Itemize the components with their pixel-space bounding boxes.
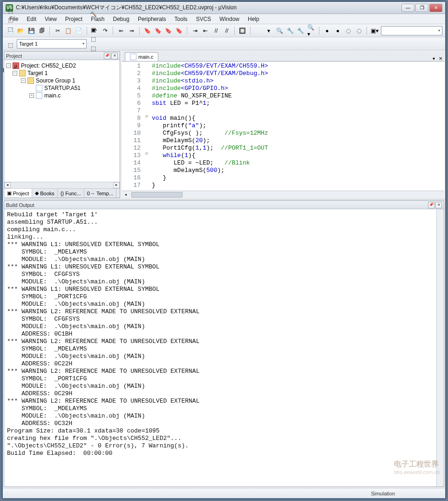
editor-horizontal-scrollbar[interactable]: ◂ (122, 191, 444, 198)
toolbar-button[interactable]: 📋 (64, 26, 73, 35)
maximize-button[interactable]: ❐ (415, 4, 428, 12)
project-panel-tabs: ▣Project◆Books{}Func...0→Temp... (4, 188, 120, 198)
find-combo[interactable]: ▾ (381, 26, 442, 35)
target-select-value: Target 1 (19, 41, 38, 47)
menu-view[interactable]: View (41, 15, 61, 23)
toolbar-button[interactable]: 🔲 (238, 26, 247, 35)
toolbar-main: 📄📂💾🗐✂📋📄↶↷⇐⇒🔖🔖🔖🔖⇥⇤////🔲 ▾🔍🔧🔧🔍▾●●◌◌▣▾ ▾ (3, 24, 445, 37)
toolbar-button[interactable]: ⬚ (6, 15, 15, 25)
menu-project[interactable]: Project (61, 15, 86, 23)
menu-peripherals[interactable]: Peripherals (134, 15, 170, 23)
toolbar-button[interactable]: ⬚ (6, 41, 15, 50)
pin-icon[interactable]: 📌 (428, 202, 434, 208)
vertical-scrollbar[interactable] (436, 209, 444, 487)
toolbar-button[interactable]: 🔧 (296, 26, 305, 35)
code-editor[interactable]: 1234567891011121314151617 ⊟⊟ #include<CH… (122, 62, 444, 191)
toolbar-button[interactable]: // (223, 26, 231, 35)
toolbar-button[interactable]: 🔖 (175, 26, 183, 35)
status-mode: Simulation (371, 491, 395, 496)
toolbar-button[interactable]: ▣ (88, 25, 98, 34)
build-output-text[interactable]: Rebuild target 'Target 1' assembling STA… (4, 209, 436, 487)
toolbar-button[interactable]: ⇒ (127, 26, 136, 35)
tree-target[interactable]: Target 1 (27, 70, 48, 76)
toolbar-button[interactable]: ✂ (53, 26, 62, 35)
toolbar-button[interactable]: 💾 (27, 26, 36, 35)
toolbar-button[interactable]: 🔨 (88, 9, 98, 19)
menu-svcs[interactable]: SVCS (192, 15, 215, 23)
close-button[interactable]: ✕ (429, 4, 442, 12)
file-icon (36, 92, 42, 99)
toolbar-button[interactable]: ▾ (265, 26, 273, 35)
expand-icon[interactable]: − (13, 71, 17, 75)
menu-edit[interactable]: Edit (23, 15, 40, 23)
toolbar-button[interactable]: 🗐 (37, 26, 46, 35)
toolbar-button[interactable]: ◌ (355, 26, 364, 35)
expand-icon[interactable]: − (6, 63, 11, 68)
project-panel-title: Project (6, 53, 22, 59)
minimize-button[interactable]: — (401, 4, 414, 12)
toolbar-button[interactable]: ⬚ (6, 6, 15, 15)
file-icon (130, 54, 136, 60)
toolbar-button[interactable]: ⇐ (116, 26, 125, 35)
editor-tab-main[interactable]: main.c (125, 52, 158, 61)
pin-icon[interactable]: 📌 (104, 53, 110, 59)
project-tab-func[interactable]: {}Func... (58, 189, 84, 198)
toolbar-button[interactable]: ▣▾ (370, 26, 379, 35)
toolbar-button[interactable]: 📄 (75, 26, 83, 35)
close-icon[interactable]: ✕ (435, 202, 442, 208)
menu-tools[interactable]: Tools (171, 15, 191, 23)
toolbar-button[interactable]: ⇥ (190, 26, 199, 35)
project-icon: μ (13, 62, 19, 69)
chevron-down-icon[interactable]: ▾ (431, 56, 437, 61)
titlebar[interactable]: V5 C:¥Users¥riku¥Documents¥WCHマイコン¥CH552… (3, 2, 445, 14)
fold-column[interactable]: ⊟⊟ (143, 62, 150, 191)
tree-group[interactable]: Source Group 1 (36, 77, 75, 84)
chevron-down-icon: ▾ (82, 41, 84, 46)
build-output-panel: Build Output 📌 ✕ Rebuild target 'Target … (4, 200, 444, 487)
close-icon[interactable]: ✕ (111, 53, 118, 59)
horizontal-scrollbar[interactable]: ◂▸ (4, 182, 120, 188)
toolbar-button[interactable]: 🔖 (154, 26, 163, 35)
window-title: C:¥Users¥riku¥Documents¥WCHマイコン¥CH552_LE… (16, 4, 401, 12)
toolbar-button[interactable] (254, 26, 263, 35)
toolbar-button[interactable]: // (212, 26, 221, 35)
toolbar-button[interactable]: 🔍▾ (307, 26, 316, 35)
menu-window[interactable]: Window (216, 15, 243, 23)
project-tab-temp[interactable]: 0→Temp... (84, 189, 116, 198)
fold-toggle[interactable]: ⊟ (143, 114, 150, 121)
build-output-title: Build Output (6, 202, 34, 208)
expand-icon[interactable]: + (29, 93, 34, 98)
menu-debug[interactable]: Debug (109, 15, 133, 23)
tree-root[interactable]: Project: CH552_LED2 (21, 62, 76, 69)
toolbar-button[interactable]: ⬚ (6, 25, 15, 34)
toolbar-button[interactable]: ↷ (101, 26, 110, 35)
toolbar-button[interactable]: ● (333, 26, 342, 35)
project-panel: Project 📌 ✕ −μProject: CH552_LED2 −Targe… (4, 51, 120, 198)
project-tab-project[interactable]: ▣Project (4, 189, 32, 198)
folder-icon (19, 70, 26, 76)
toolbar-button[interactable]: 🔖 (164, 26, 173, 35)
toolbar-button[interactable]: ⬚ (88, 34, 98, 44)
fold-toggle[interactable]: ⊟ (143, 151, 150, 158)
project-tab-books[interactable]: ◆Books (32, 189, 58, 198)
code-content[interactable]: #include<CH559/EVT/EXAM/CH559.H>#include… (150, 62, 444, 191)
toolbar-button[interactable]: 📂 (16, 26, 25, 35)
close-icon[interactable]: ✕ (437, 56, 444, 61)
menubar: FileEditViewProjectFlashDebugPeripherals… (3, 14, 445, 24)
app-window: V5 C:¥Users¥riku¥Documents¥WCHマイコン¥CH552… (2, 1, 446, 499)
toolbar-button[interactable]: ● (323, 26, 332, 35)
editor-tab-label: main.c (138, 54, 153, 60)
tree-file[interactable]: STARTUP.A51 (44, 85, 81, 91)
toolbar-button[interactable]: ⇤ (201, 26, 210, 35)
toolbar-button[interactable]: 🔖 (143, 26, 152, 35)
expand-icon[interactable]: − (21, 78, 26, 83)
toolbar-button[interactable]: ◌ (344, 26, 353, 35)
menu-help[interactable]: Help (244, 15, 263, 23)
tree-file[interactable]: main.c (44, 92, 61, 99)
project-tree[interactable]: −μProject: CH552_LED2 −Target 1 −Source … (4, 60, 120, 182)
toolbar-button[interactable]: 🔧 (286, 26, 295, 35)
target-select[interactable]: Target 1 ▾ (17, 39, 87, 48)
toolbar-button[interactable]: 🔍 (275, 26, 284, 35)
editor-area: main.c ▾ ✕ 1234567891011121314151617 ⊟⊟ … (122, 51, 444, 198)
line-gutter: 1234567891011121314151617 (122, 62, 143, 191)
